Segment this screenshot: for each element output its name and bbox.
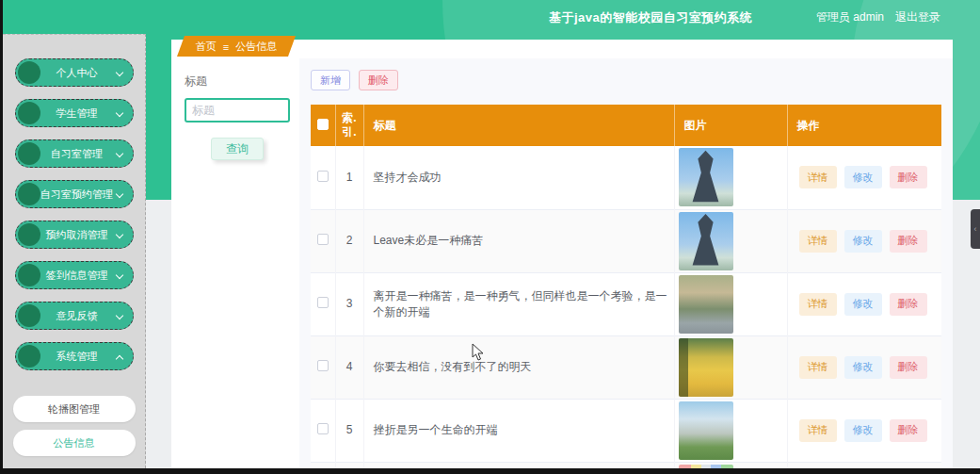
drawer-collapse-handle[interactable]: ‹ [971, 209, 980, 249]
breadcrumb-separator-icon: ≡ [223, 41, 229, 52]
delete-row-button[interactable]: 删除 [890, 230, 927, 253]
window-frame-bottom [0, 468, 980, 474]
app-title: 基于java的智能校园自习室预约系统 [549, 9, 752, 26]
add-button[interactable]: 新增 [311, 70, 350, 90]
breadcrumb: 首页 ≡ 公告信息 [177, 36, 296, 57]
search-field-label: 标题 [185, 74, 288, 90]
edit-button[interactable]: 修改 [844, 230, 882, 253]
row-actions: 详情修改删除 [788, 356, 942, 379]
row-checkbox[interactable] [317, 171, 329, 182]
toolbar: 新增 删除 [311, 70, 941, 90]
header-user-area: 管理员 admin 退出登录 [816, 9, 940, 25]
chevron-left-icon: ‹ [974, 224, 977, 234]
sidebar-submenu-item[interactable]: 公告信息 [13, 430, 136, 456]
delete-row-button[interactable]: 删除 [890, 293, 927, 316]
row-title: 你要去相信，没有到不了的明天 [363, 335, 674, 399]
column-header-index: 索.引. [335, 105, 363, 146]
table-row: 5 挫折是另一个生命的开端 详情修改删除 [311, 399, 941, 462]
row-index: 3 [335, 272, 363, 335]
breadcrumb-home-link[interactable]: 首页 [196, 40, 217, 54]
detail-button[interactable]: 详情 [799, 166, 837, 188]
column-header-action: 操作 [787, 105, 941, 146]
row-title: 坚持才会成功 [363, 146, 674, 209]
column-header-image: 图片 [674, 105, 787, 146]
sidebar-item-label: 个人中心 [29, 59, 125, 86]
row-checkbox[interactable] [317, 360, 329, 371]
detail-button[interactable]: 详情 [799, 419, 837, 442]
table-row: 1 坚持才会成功 详情修改删除 [311, 146, 941, 209]
row-index: 5 [335, 399, 363, 462]
campus-building-photo [679, 401, 733, 460]
detail-button[interactable]: 详情 [799, 293, 837, 316]
row-title: 离开是一种痛苦，是一种勇气，但同样也是一个考验，是一个新的开端 [363, 272, 674, 335]
edit-button[interactable]: 修改 [844, 293, 882, 316]
row-title: Leave未必是一种痛苦 [363, 209, 674, 272]
delete-row-button[interactable]: 删除 [890, 419, 927, 442]
courtyard-photo [679, 275, 733, 334]
app-window: 基于java的智能校园自习室预约系统 管理员 admin 退出登录 个人中心 学… [0, 0, 980, 474]
table-row: 4 你要去相信，没有到不了的明天 详情修改删除 [311, 335, 941, 399]
row-actions: 详情修改删除 [788, 166, 942, 188]
announcements-table: 索.引. 标题 图片 操作 1 坚持才会成功 详情修改删除 2 Leave未必是… [311, 105, 941, 468]
sculpture-photo [679, 212, 733, 270]
sidebar-submenu: 轮播图管理 公告信息 [3, 396, 145, 456]
query-button[interactable]: 查询 [211, 138, 264, 160]
table-header-row: 索.引. 标题 图片 操作 [311, 105, 941, 146]
sidebar-item[interactable]: 预约取消管理 [15, 221, 134, 249]
row-title: 挫折是另一个生命的开端 [363, 399, 674, 462]
sidebar-item[interactable]: 自习室预约管理 [15, 180, 134, 208]
content-panel: 首页 ≡ 公告信息 标题 查询 新增 删除 索.引. 标题 [171, 40, 953, 468]
sidebar-item-label: 意见反馈 [29, 302, 125, 329]
row-title [363, 462, 674, 468]
title-search-input[interactable] [185, 98, 290, 123]
sidebar-item[interactable]: 系统管理 [15, 342, 134, 370]
row-actions: 详情修改删除 [788, 230, 942, 253]
window-frame-left [0, 0, 3, 474]
sidebar-item-label: 自习室管理 [29, 140, 125, 167]
sidebar-item-label: 签到信息管理 [29, 262, 125, 288]
sidebar-item-label: 学生管理 [29, 100, 125, 126]
table-row: 2 Leave未必是一种痛苦 详情修改删除 [311, 209, 941, 272]
logout-link[interactable]: 退出登录 [895, 9, 940, 25]
sidebar-item[interactable]: 签到信息管理 [15, 261, 134, 289]
sidebar-item-label: 系统管理 [29, 343, 125, 369]
breadcrumb-current: 公告信息 [235, 40, 277, 54]
sidebar: 个人中心 学生管理 自习室管理 自习室预约管理 预约取消管理 签到信息管理 意见… [3, 34, 146, 468]
row-actions: 详情修改删除 [788, 419, 942, 442]
edit-button[interactable]: 修改 [844, 356, 882, 379]
sidebar-item[interactable]: 学生管理 [15, 99, 134, 127]
table-row: 6 详情修改删除 [311, 462, 941, 468]
sidebar-item[interactable]: 个人中心 [15, 58, 134, 87]
row-checkbox[interactable] [317, 234, 329, 245]
sidebar-item[interactable]: 意见反馈 [15, 302, 134, 330]
delete-row-button[interactable]: 删除 [890, 166, 927, 188]
row-actions: 详情修改删除 [788, 293, 942, 316]
row-checkbox[interactable] [317, 297, 329, 308]
sidebar-submenu-item[interactable]: 轮播图管理 [13, 396, 136, 422]
sidebar-item[interactable]: 自习室管理 [15, 139, 134, 168]
search-panel: 标题 查询 [171, 58, 299, 468]
detail-button[interactable]: 详情 [799, 356, 837, 379]
table-row: 3 离开是一种痛苦，是一种勇气，但同样也是一个考验，是一个新的开端 详情修改删除 [311, 272, 941, 335]
row-checkbox[interactable] [317, 423, 329, 434]
detail-button[interactable]: 详情 [799, 230, 837, 253]
delete-button[interactable]: 删除 [359, 70, 398, 90]
sidebar-item-label: 自习室预约管理 [29, 181, 125, 207]
edit-button[interactable]: 修改 [844, 419, 882, 442]
sculpture-photo [679, 148, 733, 206]
sidebar-item-label: 预约取消管理 [29, 221, 125, 248]
autumn-path-photo [679, 338, 733, 397]
column-header-title: 标题 [363, 105, 674, 146]
row-index: 4 [335, 335, 363, 399]
select-all-checkbox[interactable] [317, 119, 329, 130]
user-role-name: 管理员 admin [816, 9, 884, 25]
row-index: 1 [335, 146, 363, 209]
delete-row-button[interactable]: 删除 [890, 356, 927, 379]
edit-button[interactable]: 修改 [844, 166, 882, 188]
row-index: 2 [335, 209, 363, 272]
row-index: 6 [335, 462, 363, 468]
table-area: 新增 删除 索.引. 标题 图片 操作 1 坚持才会成功 详情修改删除 [299, 58, 953, 468]
